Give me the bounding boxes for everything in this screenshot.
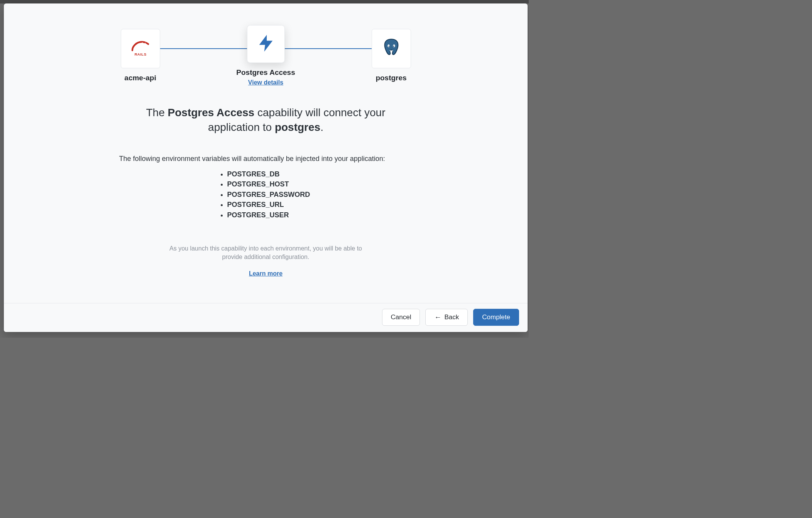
env-var-list: POSTGRES_DBPOSTGRES_HOSTPOSTGRES_PASSWOR…: [119, 169, 413, 220]
svg-point-9: [388, 46, 389, 46]
env-var-item: POSTGRES_PASSWORD: [227, 190, 413, 200]
rails-icon: RAILS: [129, 41, 152, 57]
postgres-icon: [381, 37, 402, 60]
env-var-item: POSTGRES_HOST: [227, 179, 413, 190]
back-button[interactable]: ← Back: [425, 309, 468, 326]
svg-point-2: [136, 45, 137, 46]
cancel-button[interactable]: Cancel: [382, 309, 420, 326]
flow-node-target: postgres: [355, 25, 428, 82]
headline-capability: Postgres Access: [168, 107, 255, 118]
flow-node-source: RAILS acme-api: [104, 25, 177, 82]
flow-node-capability: Postgres Access View details: [229, 25, 303, 86]
svg-point-0: [133, 49, 134, 49]
headline-prefix: The: [146, 107, 168, 118]
lightning-icon: [256, 33, 276, 55]
source-app-label: acme-api: [124, 74, 156, 82]
target-service-label: postgres: [376, 74, 406, 82]
learn-more-link[interactable]: Learn more: [249, 270, 283, 277]
modal-footer: Cancel ← Back Complete: [4, 303, 528, 332]
capability-label: Postgres Access: [236, 68, 295, 77]
svg-point-8: [393, 44, 395, 47]
env-intro: The following environment variables will…: [119, 155, 413, 163]
svg-point-1: [134, 47, 135, 47]
modal-body: RAILS acme-api Postgres Access View deta…: [4, 3, 528, 303]
back-button-label: Back: [444, 313, 459, 321]
svg-point-5: [145, 43, 145, 44]
svg-text:RAILS: RAILS: [134, 52, 146, 56]
svg-point-3: [139, 43, 140, 44]
env-var-item: POSTGRES_DB: [227, 169, 413, 179]
headline-target: postgres: [275, 121, 320, 133]
target-service-tile: [372, 29, 411, 68]
capability-tile: [247, 25, 285, 63]
view-details-link[interactable]: View details: [248, 79, 283, 86]
env-var-item: POSTGRES_URL: [227, 200, 413, 210]
env-section: The following environment variables will…: [119, 155, 413, 220]
arrow-left-icon: ←: [434, 314, 441, 321]
capability-connect-modal: RAILS acme-api Postgres Access View deta…: [4, 3, 528, 332]
connection-flow-diagram: RAILS acme-api Postgres Access View deta…: [121, 25, 411, 91]
complete-button-label: Complete: [482, 313, 510, 321]
source-app-tile: RAILS: [121, 29, 160, 68]
headline-suffix: .: [320, 121, 323, 133]
modal-headline: The Postgres Access capability will conn…: [119, 105, 413, 135]
complete-button[interactable]: Complete: [473, 309, 519, 326]
cancel-button-label: Cancel: [391, 313, 411, 321]
env-var-item: POSTGRES_USER: [227, 210, 413, 220]
svg-point-10: [393, 46, 394, 46]
svg-point-4: [142, 42, 142, 43]
svg-point-7: [387, 44, 389, 47]
hint-text: As you launch this capability into each …: [166, 244, 366, 262]
window-chrome-strip: [0, 0, 529, 3]
